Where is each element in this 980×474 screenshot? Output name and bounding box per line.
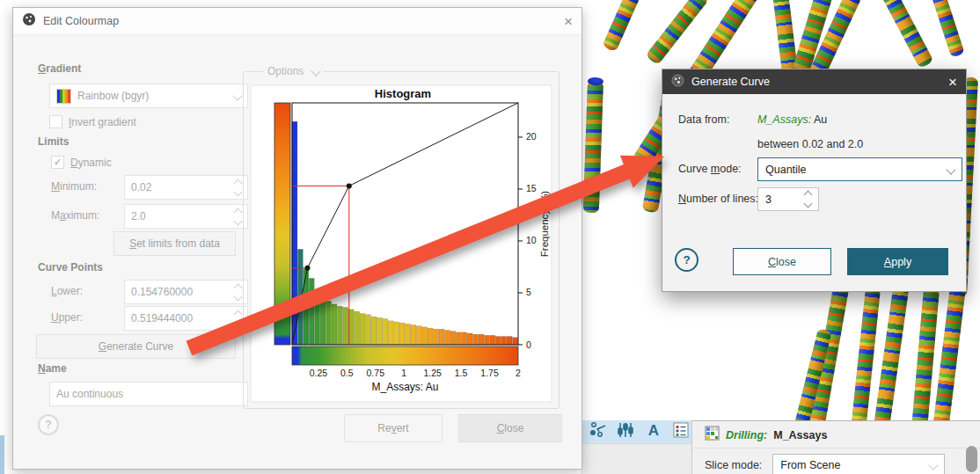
curve-mode-label: Curve mode:: [678, 163, 742, 175]
app-logo-icon: [22, 12, 36, 30]
svg-text:M_Assays: Au: M_Assays: Au: [371, 381, 438, 393]
upper-spinbox[interactable]: 0.519444000: [124, 306, 248, 331]
apply-button[interactable]: Apply: [847, 248, 948, 275]
scatter-points-icon[interactable]: [589, 420, 608, 443]
panel-object-type: Drilling:: [726, 429, 767, 441]
histogram-chart[interactable]: Histogram05101520Frequency (%)0.250.50.7…: [244, 75, 559, 407]
drillhole-cylinder: [583, 81, 603, 214]
revert-button[interactable]: Revert: [344, 414, 442, 442]
generate-curve-titlebar[interactable]: Generate Curve ×: [662, 69, 966, 94]
curve-mode-dropdown[interactable]: Quantile: [757, 157, 962, 181]
svg-text:Frequency (%): Frequency (%): [539, 191, 550, 258]
maximum-label: Maximum:: [51, 209, 99, 222]
colourmap-name-input[interactable]: Au continuous: [49, 382, 248, 406]
generate-curve-button[interactable]: Generate Curve: [36, 334, 236, 359]
svg-text:15: 15: [526, 183, 537, 193]
toolbar-spacer: [581, 443, 691, 474]
dialog-title: Generate Curve: [691, 76, 770, 88]
svg-text:5: 5: [526, 287, 531, 297]
drillhole-cylinder: [602, 0, 640, 52]
number-of-lines-label: Number of lines:: [678, 193, 758, 205]
lower-spinbox[interactable]: 0.154760000: [124, 280, 248, 304]
range-text: between 0.02 and 2.0: [757, 138, 863, 150]
svg-text:1.25: 1.25: [423, 368, 442, 378]
slice-mode-dropdown[interactable]: From Scene: [772, 454, 945, 474]
chevron-down-icon: [929, 460, 939, 470]
assay-table-icon: [705, 426, 720, 444]
upper-label: Upper:: [51, 311, 83, 324]
source-column-name: Au: [814, 113, 827, 126]
drillhole-cylinder: [931, 0, 964, 58]
dynamic-checkbox[interactable]: ✓ Dynamic: [51, 156, 112, 169]
panel-scrollbar[interactable]: [966, 446, 977, 472]
minimum-spinbox[interactable]: 0.02: [124, 175, 248, 200]
lower-label: Lower:: [51, 285, 83, 297]
checkmark-icon: ✓: [51, 156, 64, 169]
close-icon[interactable]: ×: [564, 14, 573, 29]
svg-text:10: 10: [526, 235, 537, 245]
edit-colourmap-dialog: Edit Colourmap × Gradient Rainbow (bgyr)…: [12, 7, 582, 470]
edit-colourmap-titlebar[interactable]: Edit Colourmap ×: [13, 8, 581, 35]
curve-points-heading: Curve Points: [38, 261, 103, 273]
svg-text:A: A: [648, 422, 659, 439]
legend-list-icon[interactable]: [671, 420, 691, 443]
generate-curve-dialog: Generate Curve × Data from: M_Assays: Au…: [662, 69, 967, 292]
gradient-swatch-icon: [56, 89, 71, 104]
name-heading: Name: [38, 362, 67, 375]
chevron-down-icon: [232, 91, 242, 100]
dialog-close-button[interactable]: Close: [458, 414, 562, 442]
minimum-label: Minimum:: [51, 180, 97, 193]
svg-text:Histogram: Histogram: [375, 87, 431, 100]
svg-text:1.75: 1.75: [480, 368, 499, 378]
svg-text:0.25: 0.25: [310, 368, 328, 378]
scene-toolbar: A: [581, 420, 698, 443]
svg-text:0.75: 0.75: [367, 368, 385, 378]
gradient-heading: Gradient: [38, 62, 81, 75]
gradient-dropdown[interactable]: Rainbow (bgyr): [49, 84, 248, 108]
svg-text:1: 1: [401, 368, 406, 378]
svg-text:20: 20: [526, 131, 537, 142]
source-table-name: M_Assays:: [757, 113, 811, 126]
set-limits-button[interactable]: Set limits from data: [113, 231, 236, 256]
text-format-icon[interactable]: A: [644, 420, 663, 443]
sliders-icon[interactable]: [616, 420, 635, 443]
svg-text:0: 0: [526, 339, 531, 350]
panel-header: Drilling: M_Assays: [692, 421, 980, 448]
drillhole-cylinder: [874, 282, 910, 428]
close-button[interactable]: Close: [733, 248, 831, 275]
panel-object-name: M_Assays: [773, 429, 827, 441]
svg-text:2: 2: [516, 368, 521, 378]
limits-heading: Limits: [38, 135, 69, 148]
chevron-down-icon: [946, 164, 955, 174]
drillhole-cylinder: [881, 0, 933, 69]
data-source-value: M_Assays: Au: [757, 113, 827, 126]
number-of-lines-spinbox[interactable]: 3: [757, 187, 819, 211]
help-button[interactable]: ?: [38, 414, 59, 435]
shape-properties-panel: Drilling: M_Assays Slice mode: From Scen…: [691, 420, 980, 474]
help-button[interactable]: ?: [675, 248, 698, 272]
close-icon[interactable]: ×: [948, 75, 957, 90]
maximum-spinbox[interactable]: 2.0: [124, 204, 248, 229]
slice-mode-label: Slice mode:: [705, 459, 762, 471]
spinner-arrows-icon[interactable]: [231, 310, 241, 328]
spinner-arrows-icon[interactable]: [801, 190, 811, 208]
background-panel-edge: [0, 435, 4, 474]
dialog-title: Edit Colourmap: [43, 15, 119, 27]
data-from-label: Data from:: [678, 113, 729, 126]
svg-text:1.5: 1.5: [455, 368, 468, 378]
options-groupbox: Options Histogram05101520Frequency (%)0.…: [243, 71, 559, 409]
app-logo-icon: [671, 74, 684, 91]
svg-text:0.5: 0.5: [340, 368, 354, 378]
spinner-arrows-icon[interactable]: [231, 208, 241, 226]
spinner-arrows-icon[interactable]: [231, 283, 241, 302]
spinner-arrows-icon[interactable]: [231, 179, 241, 197]
invert-gradient-checkbox[interactable]: Invert gradient: [49, 115, 136, 128]
